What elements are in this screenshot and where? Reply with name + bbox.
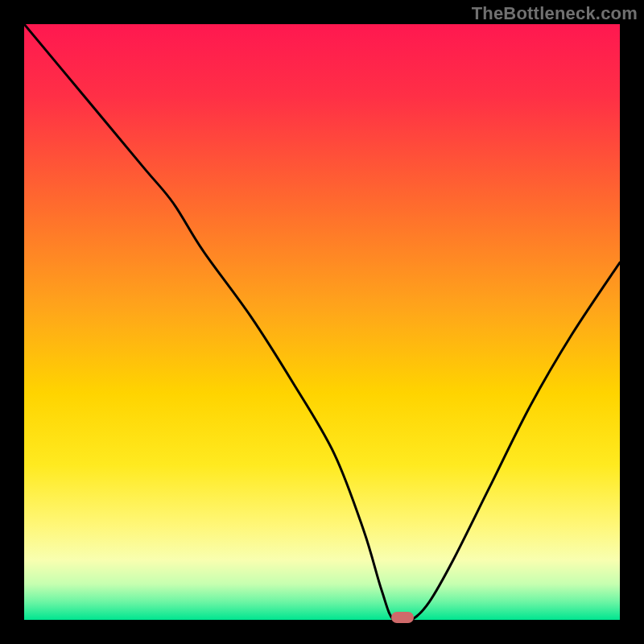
optimal-marker [391,612,414,623]
chart-frame: TheBottleneck.com [0,0,644,644]
attribution-label: TheBottleneck.com [472,3,638,24]
plot-area [24,24,620,620]
gradient-background [24,24,620,620]
plot-svg [24,24,620,620]
